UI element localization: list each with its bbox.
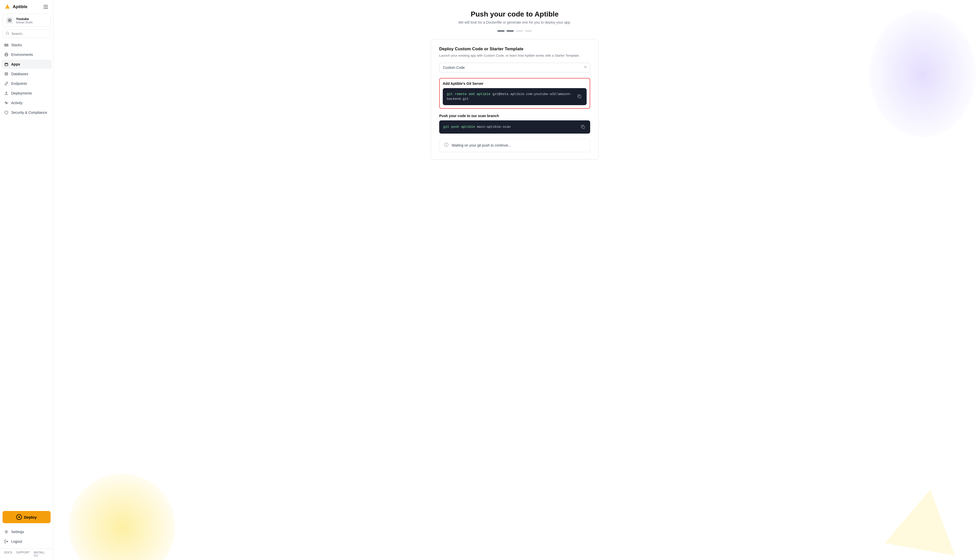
sidebar-item-label: Activity bbox=[11, 101, 22, 105]
link-icon bbox=[4, 81, 8, 86]
push-command-url-val: main:aptible-scan bbox=[477, 125, 511, 129]
sidebar-item-label: Apps bbox=[11, 62, 20, 66]
step-2 bbox=[506, 30, 514, 32]
deploy-card: Deploy Custom Code or Starter Template L… bbox=[431, 39, 598, 160]
push-code-section: Push your code to our scan branch git pu… bbox=[439, 114, 590, 133]
copy-git-server-button[interactable] bbox=[577, 93, 583, 100]
logout-icon bbox=[4, 539, 8, 544]
deploy-button-label: Deploy bbox=[24, 515, 37, 519]
nav-list: Stacks Environments Apps Databases Endpo bbox=[0, 40, 53, 508]
layers-icon bbox=[4, 43, 8, 47]
database-icon bbox=[4, 72, 8, 76]
push-command: git push aptible main:aptible-scan bbox=[443, 125, 511, 130]
info-circle-icon bbox=[444, 142, 449, 148]
settings-label: Settings bbox=[11, 530, 24, 534]
svg-rect-12 bbox=[582, 126, 585, 128]
sidebar-item-label: Deployments bbox=[11, 91, 32, 95]
sidebar-item-apps[interactable]: Apps bbox=[2, 60, 52, 69]
svg-point-9 bbox=[5, 73, 8, 73]
push-section-title: Push your code to our scan branch bbox=[439, 114, 590, 118]
svg-rect-11 bbox=[579, 96, 581, 98]
logo-text: Aptible bbox=[13, 4, 27, 9]
step-3 bbox=[516, 30, 523, 32]
git-server-title: Add Aptible's Git Server bbox=[443, 82, 587, 86]
activity-icon bbox=[4, 100, 8, 105]
org-name: Youtube bbox=[16, 17, 33, 21]
sidebar-item-label: Stacks bbox=[11, 43, 22, 47]
push-command-keyword: git push aptible bbox=[443, 125, 475, 129]
template-select-wrapper: Custom Code Starter Template bbox=[439, 63, 590, 72]
deploy-plus-icon: + bbox=[16, 514, 22, 520]
search-box[interactable] bbox=[3, 30, 50, 38]
search-icon bbox=[6, 32, 9, 36]
sidebar-item-endpoints[interactable]: Endpoints bbox=[2, 79, 52, 88]
svg-rect-5 bbox=[5, 46, 8, 47]
main-area: Push your code to Aptible We will look f… bbox=[53, 0, 976, 560]
waiting-box: Waiting on your git push to continue... bbox=[439, 139, 590, 152]
git-server-section: Add Aptible's Git Server git remote add … bbox=[439, 78, 590, 109]
sidebar: Aptible Youtube Kishan Sheth Stacks bbox=[0, 0, 53, 560]
support-link[interactable]: SUPPORT bbox=[16, 551, 30, 557]
sidebar-item-logout[interactable]: Logout bbox=[2, 537, 52, 546]
waiting-text: Waiting on your git push to continue... bbox=[452, 143, 511, 147]
logo-area: Aptible bbox=[4, 3, 27, 10]
hamburger-button[interactable] bbox=[42, 4, 49, 10]
sidebar-item-databases[interactable]: Databases bbox=[2, 69, 52, 78]
sidebar-item-environments[interactable]: Environments bbox=[2, 50, 52, 59]
card-description: Launch your existing app with Custom Cod… bbox=[439, 53, 590, 58]
aptible-logo-icon bbox=[4, 3, 11, 10]
org-selector[interactable]: Youtube Kishan Sheth bbox=[3, 14, 50, 27]
step-4 bbox=[525, 30, 532, 32]
git-command-keyword: git remote add aptible bbox=[447, 92, 491, 96]
step-1 bbox=[497, 30, 505, 32]
sidebar-item-stacks[interactable]: Stacks bbox=[2, 40, 52, 50]
org-icon bbox=[6, 17, 13, 24]
upload-icon bbox=[4, 91, 8, 95]
sidebar-item-label: Security & Compliance bbox=[11, 110, 47, 115]
copy-push-button[interactable] bbox=[580, 124, 586, 130]
git-server-command: git remote add aptible git@beta.aptible.… bbox=[447, 92, 573, 102]
sidebar-item-label: Endpoints bbox=[11, 82, 27, 86]
sidebar-footer: DOCS SUPPORT INSTALL CLI bbox=[0, 548, 53, 560]
sidebar-item-security[interactable]: Security & Compliance bbox=[2, 108, 52, 117]
push-code-block: git push aptible main:aptible-scan bbox=[439, 120, 590, 133]
org-user: Kishan Sheth bbox=[16, 21, 33, 24]
step-indicators bbox=[497, 30, 532, 32]
search-input[interactable] bbox=[12, 32, 47, 35]
box-icon bbox=[4, 62, 8, 67]
sidebar-item-label: Environments bbox=[11, 53, 33, 57]
svg-point-10 bbox=[6, 531, 7, 533]
sidebar-item-settings[interactable]: Settings bbox=[2, 527, 52, 537]
sidebar-header: Aptible bbox=[0, 0, 53, 13]
sidebar-bottom: Settings Logout bbox=[0, 526, 53, 548]
main-content: Push your code to Aptible We will look f… bbox=[53, 0, 976, 560]
svg-point-14 bbox=[446, 143, 446, 144]
docs-link[interactable]: DOCS bbox=[4, 551, 12, 557]
git-server-code-block: git remote add aptible git@beta.aptible.… bbox=[443, 88, 587, 105]
settings-icon bbox=[4, 530, 8, 534]
sidebar-item-label: Databases bbox=[11, 72, 28, 76]
page-subtitle: We will look for a Dockerfile or generat… bbox=[458, 20, 571, 24]
sidebar-item-activity[interactable]: Activity bbox=[2, 98, 52, 107]
deploy-button[interactable]: + Deploy bbox=[3, 511, 50, 523]
svg-rect-4 bbox=[5, 45, 8, 46]
logout-label: Logout bbox=[11, 540, 22, 543]
svg-rect-1 bbox=[9, 20, 10, 21]
card-title: Deploy Custom Code or Starter Template bbox=[439, 47, 590, 52]
shield-icon bbox=[4, 110, 8, 115]
globe-icon bbox=[4, 52, 8, 57]
template-select[interactable]: Custom Code Starter Template bbox=[439, 63, 590, 72]
page-title: Push your code to Aptible bbox=[471, 10, 559, 18]
org-info: Youtube Kishan Sheth bbox=[16, 17, 33, 24]
svg-rect-8 bbox=[5, 63, 8, 66]
install-cli-link[interactable]: INSTALL CLI bbox=[34, 551, 49, 557]
sidebar-item-deployments[interactable]: Deployments bbox=[2, 88, 52, 98]
svg-rect-3 bbox=[5, 44, 8, 45]
